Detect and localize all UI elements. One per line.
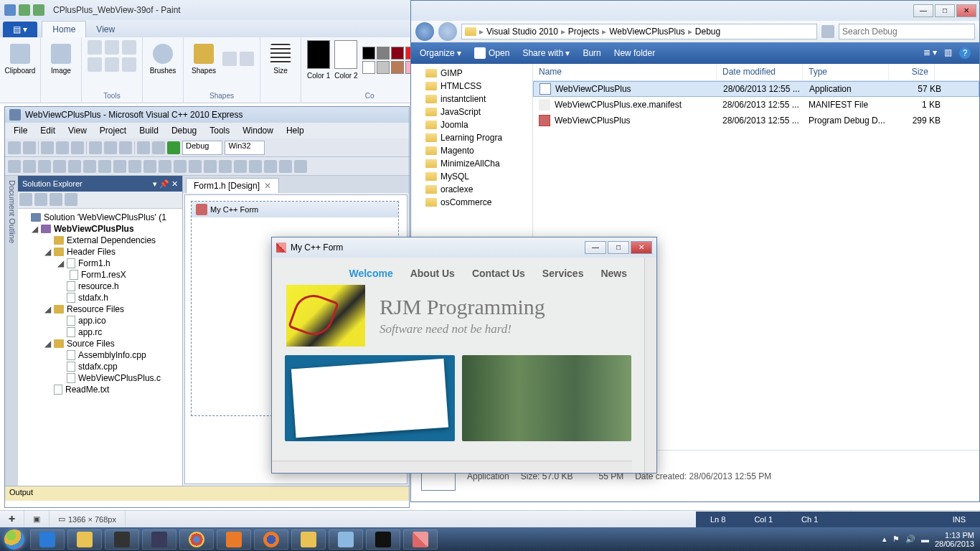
align-icon[interactable] (113, 160, 126, 173)
tab-home[interactable]: Home (42, 21, 86, 37)
new-project-icon[interactable] (8, 141, 21, 154)
close-button[interactable]: ✕ (956, 4, 976, 17)
align-icon[interactable] (128, 160, 141, 173)
tree-folder[interactable]: Joomla (414, 118, 529, 131)
cpp-titlebar[interactable]: My C++ Form — □ ✕ (272, 237, 656, 258)
close-tab-icon[interactable]: ✕ (264, 181, 271, 191)
color-swatch[interactable] (362, 61, 375, 74)
col-name[interactable]: Name (533, 64, 717, 80)
view-code-icon[interactable] (65, 193, 77, 206)
task-firefox[interactable] (254, 529, 288, 550)
tree-source-files[interactable]: ◢Source Files (21, 338, 179, 349)
document-outline-tab[interactable]: Document Outline (5, 176, 18, 486)
volume-icon[interactable]: 🔊 (905, 534, 915, 544)
network-icon[interactable]: ▬ (921, 535, 929, 544)
tree-apprc[interactable]: app.rc (21, 326, 179, 338)
nav-welcome[interactable]: Welcome (349, 268, 392, 279)
tree-form1h[interactable]: ◢Form1.h (21, 258, 179, 269)
tree-folder[interactable]: MySQL (414, 170, 529, 183)
list-row[interactable]: WebViewCPlusPlus 28/06/2013 12:55 ...Pro… (533, 113, 979, 128)
size-button[interactable]: Size (266, 40, 295, 77)
platform-select[interactable]: Win32 (225, 141, 264, 155)
align-icon[interactable] (219, 160, 232, 173)
share-button[interactable]: Share with ▾ (522, 48, 570, 58)
task-cmd[interactable] (366, 529, 400, 550)
tree-header-files[interactable]: ◢Header Files (21, 246, 179, 258)
tree-folder[interactable]: Learning Progra (414, 131, 529, 144)
minimize-button[interactable]: — (913, 4, 933, 17)
align-icon[interactable] (8, 160, 21, 173)
tree-stdafxh[interactable]: stdafx.h (21, 292, 179, 303)
tree-wvcpp[interactable]: WebViewCPlusPlus.c (21, 372, 179, 384)
file-menu-button[interactable]: ▤ ▾ (3, 22, 37, 37)
task-wmp[interactable] (217, 529, 251, 550)
menu-build[interactable]: Build (133, 124, 164, 137)
forward-button[interactable] (438, 22, 457, 41)
align-icon[interactable] (294, 160, 307, 173)
align-icon[interactable] (264, 160, 277, 173)
tree-ext-deps[interactable]: External Dependencies (21, 235, 179, 246)
vertical-scrollbar[interactable] (644, 258, 656, 473)
bc-item[interactable]: WebViewCPlusPlus (609, 27, 685, 37)
align-icon[interactable] (189, 160, 202, 173)
color-swatch[interactable] (377, 61, 390, 74)
text-icon[interactable] (122, 40, 136, 55)
brushes-button[interactable]: Brushes (149, 40, 177, 77)
show-hidden-icon[interactable]: ▴ (882, 534, 887, 544)
col-date[interactable]: Date modified (717, 64, 803, 80)
shapes-button[interactable]: Shapes (189, 40, 218, 77)
start-button[interactable] (0, 527, 29, 551)
menu-edit[interactable]: Edit (34, 124, 61, 137)
card-image[interactable] (462, 355, 632, 441)
align-icon[interactable] (68, 160, 81, 173)
col-size[interactable]: Size (889, 64, 935, 80)
task-chrome[interactable] (179, 529, 214, 550)
undo-icon[interactable] (19, 4, 30, 16)
properties-icon[interactable] (19, 193, 32, 206)
menu-window[interactable]: Window (237, 124, 279, 137)
fill-icon[interactable] (105, 40, 119, 55)
color-swatch[interactable] (391, 47, 404, 60)
redo-icon[interactable] (33, 4, 44, 16)
doc-tab-form1[interactable]: Form1.h [Design]✕ (186, 178, 279, 193)
align-icon[interactable] (53, 160, 66, 173)
search-input[interactable] (839, 24, 975, 39)
tree-appico[interactable]: app.ico (21, 315, 179, 326)
list-row[interactable]: WebViewCPlusPlus.exe.manifest 28/06/2013… (533, 97, 979, 113)
tree-folder[interactable]: oraclexe (414, 183, 529, 196)
tree-folder[interactable]: instantclient (414, 93, 529, 105)
tree-folder[interactable]: Magento (414, 144, 529, 157)
pencil-icon[interactable] (88, 40, 102, 55)
bc-item[interactable]: Debug (695, 27, 720, 37)
tree-form1resx[interactable]: Form1.resX (21, 269, 179, 281)
task-vs[interactable] (291, 529, 326, 550)
tree-folder[interactable]: MinimizeAllCha (414, 157, 529, 170)
menu-project[interactable]: Project (94, 124, 132, 137)
maximize-button[interactable]: □ (608, 241, 629, 254)
menu-file[interactable]: File (8, 124, 33, 137)
horizontal-scrollbar[interactable] (272, 461, 632, 473)
color-swatch[interactable] (362, 47, 375, 60)
tree-folder[interactable]: osCommerce (414, 196, 529, 209)
align-icon[interactable] (83, 160, 96, 173)
align-icon[interactable] (98, 160, 111, 173)
show-all-icon[interactable] (34, 193, 47, 206)
outline-icon[interactable] (222, 52, 237, 66)
tree-resource-files[interactable]: ◢Resource Files (21, 303, 179, 315)
menu-view[interactable]: View (62, 124, 93, 137)
image-button[interactable]: Image (47, 40, 75, 77)
tree-solution[interactable]: Solution 'WebViewCPlusPlus' (1 (21, 212, 179, 223)
tree-asm[interactable]: AssemblyInfo.cpp (21, 349, 179, 361)
eraser-icon[interactable] (88, 57, 102, 72)
solution-explorer-header[interactable]: Solution Explorer ▾ 📌 ✕ (18, 176, 182, 192)
task-ie[interactable] (30, 529, 65, 550)
save-icon[interactable] (56, 141, 69, 154)
maximize-button[interactable]: □ (935, 4, 955, 17)
picker-icon[interactable] (105, 57, 119, 72)
help-icon[interactable]: ? (959, 47, 971, 59)
menu-debug[interactable]: Debug (166, 124, 202, 137)
align-icon[interactable] (249, 160, 262, 173)
save-icon[interactable] (4, 4, 16, 16)
tree-folder[interactable]: HTMLCSS (414, 80, 529, 93)
task-cpp-form[interactable] (403, 529, 438, 550)
